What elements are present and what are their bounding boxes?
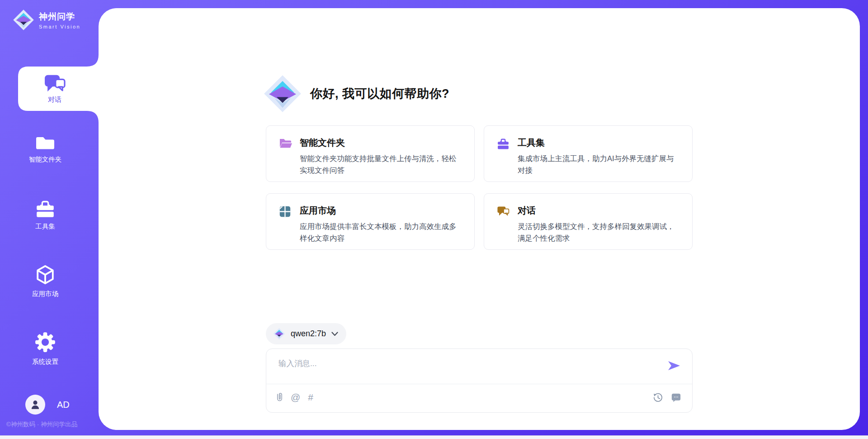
copyright-text: ©神州数码 · 神州问学出品 bbox=[6, 420, 77, 429]
chat-bubbles-icon bbox=[497, 205, 510, 218]
card-app-market[interactable]: 应用市场 应用市场提供丰富长文本模板，助力高效生成多样化文章内容 bbox=[266, 193, 475, 250]
quick-reply-icon[interactable] bbox=[671, 393, 681, 402]
card-description: 集成市场上主流工具，助力AI与外界无缝扩展与对接 bbox=[518, 153, 681, 176]
grid-icon bbox=[279, 205, 291, 218]
sidebar-item-settings[interactable]: 系统设置 bbox=[0, 331, 90, 366]
sidebar-item-app-market[interactable]: 应用市场 bbox=[0, 264, 90, 298]
card-description: 智能文件夹功能支持批量文件上传与清洗，轻松实现文件问答 bbox=[300, 153, 463, 176]
card-title: 工具集 bbox=[518, 137, 681, 149]
brand-subtitle: Smart Vision bbox=[39, 24, 80, 29]
brand-logo-icon bbox=[13, 9, 34, 31]
sidebar: 神州问学 Smart Vision 对话 智能文件夹 工具集 bbox=[0, 0, 99, 439]
sidebar-item-chat[interactable]: 对话 bbox=[17, 67, 92, 111]
message-input[interactable] bbox=[266, 349, 692, 383]
sidebar-item-smart-folder[interactable]: 智能文件夹 bbox=[0, 133, 90, 164]
send-button[interactable] bbox=[668, 360, 680, 371]
sidebar-item-label: 系统设置 bbox=[32, 358, 58, 366]
sidebar-item-label: 工具集 bbox=[35, 222, 55, 231]
brand: 神州问学 Smart Vision bbox=[13, 9, 80, 31]
gear-icon bbox=[34, 331, 57, 353]
sidebar-item-label: 对话 bbox=[48, 95, 61, 104]
composer-toolbar: @ # bbox=[266, 384, 692, 412]
at-icon[interactable]: @ bbox=[291, 392, 300, 403]
user-profile[interactable]: AD bbox=[25, 395, 70, 415]
greeting: 你好, 我可以如何帮助你? bbox=[263, 74, 693, 114]
cube-icon bbox=[34, 264, 56, 286]
hash-icon[interactable]: # bbox=[308, 392, 313, 403]
brand-title: 神州问学 bbox=[39, 11, 80, 23]
person-icon bbox=[29, 399, 41, 410]
model-logo-icon bbox=[273, 328, 285, 340]
chevron-down-icon bbox=[331, 332, 338, 336]
model-name: qwen2:7b bbox=[291, 329, 326, 339]
card-toolbox[interactable]: 工具集 集成市场上主流工具，助力AI与外界无缝扩展与对接 bbox=[484, 125, 693, 182]
send-icon bbox=[668, 360, 680, 371]
card-description: 应用市场提供丰富长文本模板，助力高效生成多样化文章内容 bbox=[300, 221, 463, 244]
avatar bbox=[25, 395, 45, 415]
sidebar-item-label: 应用市场 bbox=[32, 290, 58, 298]
app-logo-icon bbox=[263, 74, 302, 113]
chat-icon bbox=[43, 73, 66, 93]
card-title: 应用市场 bbox=[300, 205, 463, 217]
card-smart-folder[interactable]: 智能文件夹 智能文件夹功能支持批量文件上传与清洗，轻松实现文件问答 bbox=[266, 125, 475, 182]
card-title: 智能文件夹 bbox=[300, 137, 463, 149]
main-panel: 你好, 我可以如何帮助你? 智能文件夹 智能文件夹功能支持批量文件上传与清洗，轻… bbox=[99, 8, 860, 430]
sidebar-item-toolbox[interactable]: 工具集 bbox=[0, 199, 90, 231]
paperclip-icon[interactable] bbox=[276, 392, 283, 403]
model-selector[interactable]: qwen2:7b bbox=[266, 323, 346, 344]
card-description: 灵活切换多模型文件，支持多样回复效果调试，满足个性化需求 bbox=[518, 221, 681, 244]
toolbox-icon bbox=[497, 138, 509, 150]
folder-open-icon bbox=[279, 138, 292, 149]
card-chat[interactable]: 对话 灵活切换多模型文件，支持多样回复效果调试，满足个性化需求 bbox=[484, 193, 693, 250]
horizontal-scrollbar[interactable] bbox=[0, 435, 868, 439]
history-icon[interactable] bbox=[653, 392, 663, 403]
feature-cards: 智能文件夹 智能文件夹功能支持批量文件上传与清洗，轻松实现文件问答 工具集 bbox=[266, 125, 693, 250]
user-initials: AD bbox=[57, 400, 70, 410]
toolbox-icon bbox=[35, 199, 56, 218]
folder-icon bbox=[35, 133, 56, 151]
sidebar-item-label: 智能文件夹 bbox=[29, 155, 62, 164]
message-composer: @ # bbox=[266, 348, 693, 413]
greeting-text: 你好, 我可以如何帮助你? bbox=[310, 86, 449, 102]
card-title: 对话 bbox=[518, 205, 681, 217]
